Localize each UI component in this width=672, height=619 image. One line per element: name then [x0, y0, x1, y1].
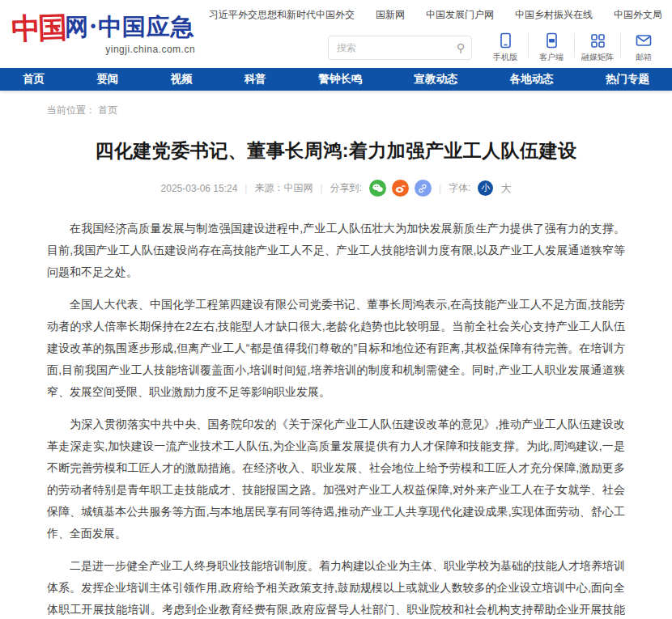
site-logo[interactable]: 中国 网·中国应急 yingji.china.com.cn — [11, 0, 195, 68]
breadcrumb-label: 当前位置： — [47, 104, 96, 116]
article-paragraph: 在我国经济高质量发展与制造强国建设进程中,产业工人队伍壮大为加快发展新质生产力提… — [47, 218, 625, 283]
quicklink-app[interactable]: 客户端 — [533, 32, 570, 63]
publish-date: 2025-03-06 15:24 — [161, 183, 238, 194]
grid-icon — [590, 32, 606, 49]
font-large-button[interactable]: 大 — [500, 181, 511, 196]
article-title: 四化建党委书记、董事长周鸿:着力加强产业工人队伍建设 — [47, 138, 625, 163]
article: 四化建党委书记、董事长周鸿:着力加强产业工人队伍建设 2025-03-06 15… — [47, 138, 625, 619]
nav-item-hot-topics[interactable]: 热门专题 — [606, 72, 649, 87]
top-link-dev-gateway[interactable]: 中国发展门户网 — [426, 8, 494, 22]
wechat-share-icon[interactable] — [369, 180, 386, 197]
breadcrumb-home-link[interactable]: 首页 — [98, 104, 117, 116]
top-link-rural[interactable]: 中国乡村振兴在线 — [515, 8, 593, 22]
nav-item-news[interactable]: 要闻 — [96, 72, 118, 87]
divider — [620, 33, 621, 57]
source-name[interactable]: 中国网 — [283, 182, 313, 193]
nav-item-education[interactable]: 宣教动态 — [414, 72, 457, 87]
divider — [574, 33, 575, 57]
search-input[interactable] — [337, 42, 457, 53]
share-icons — [369, 180, 432, 197]
divider: | — [320, 183, 322, 194]
site-header: 中国 网·中国应急 yingji.china.com.cn 习近平外交思想和新时… — [0, 0, 672, 68]
top-link-cicg[interactable]: 中国外文局 — [614, 8, 662, 22]
font-small-button[interactable]: 小 — [478, 180, 493, 196]
article-paragraph: 全国人大代表、中国化学工程第四建设有限公司党委书记、董事长周鸿表示,在高技能产业… — [47, 294, 625, 403]
header-top-links: 习近平外交思想和新时代中国外交 国新网 中国发展门户网 中国乡村振兴在线 中国外… — [209, 8, 662, 22]
article-paragraph: 为深入贯彻落实中共中央、国务院印发的《关于深化产业工人队伍建设改革的意见》,推动… — [47, 413, 625, 545]
mail-icon — [636, 32, 652, 49]
share-label: 分享到: — [330, 181, 362, 195]
search-box: ⚲ — [328, 36, 472, 60]
logo-domain-text: yingji.china.com.cn — [105, 44, 195, 55]
top-link-diplomacy[interactable]: 习近平外交思想和新时代中国外交 — [209, 8, 355, 22]
header-quick-links: 手机版 客户端 融媒矩阵 — [487, 32, 662, 63]
article-body: 在我国经济高质量发展与制造强国建设进程中,产业工人队伍壮大为加快发展新质生产力提… — [47, 218, 625, 619]
breadcrumb: 当前位置： 首页 — [47, 104, 672, 117]
quicklink-mobile[interactable]: 手机版 — [487, 32, 524, 63]
divider: | — [245, 183, 247, 194]
nav-item-science[interactable]: 科普 — [245, 72, 266, 87]
quicklink-media-matrix[interactable]: 融媒矩阵 — [579, 32, 616, 63]
mobile-phone-icon — [499, 32, 513, 49]
logo-brand-text: 网·中国应急 — [65, 11, 195, 42]
search-icon[interactable]: ⚲ — [457, 41, 465, 54]
article-meta: 2025-03-06 15:24 | 来源：中国网 | 分享到: | 字体: 小… — [47, 180, 625, 197]
copy-link-share-icon[interactable] — [415, 180, 432, 197]
article-paragraph: 二是进一步健全产业工人终身职业技能培训制度。着力构建以企业为主体、职业学校为基础… — [47, 555, 625, 619]
main-nav: 首页 要闻 视频 科普 警钟长鸣 宣教动态 各地动态 热门专题 — [0, 68, 672, 91]
app-client-icon — [545, 32, 559, 49]
nav-item-alarm-bell[interactable]: 警钟长鸣 — [318, 72, 362, 87]
divider: | — [439, 183, 441, 194]
nav-item-video[interactable]: 视频 — [171, 72, 193, 87]
logo-calligraphy-mark: 中国 — [11, 11, 65, 45]
font-size-label: 字体: — [449, 181, 470, 195]
source: 来源：中国网 — [254, 181, 313, 195]
nav-item-regional[interactable]: 各地动态 — [510, 72, 554, 87]
top-link-scio[interactable]: 国新网 — [376, 8, 405, 22]
weibo-share-icon[interactable] — [392, 180, 409, 197]
divider — [528, 33, 529, 57]
nav-item-home[interactable]: 首页 — [23, 72, 45, 87]
quicklink-mail[interactable]: 邮箱 — [625, 32, 662, 63]
